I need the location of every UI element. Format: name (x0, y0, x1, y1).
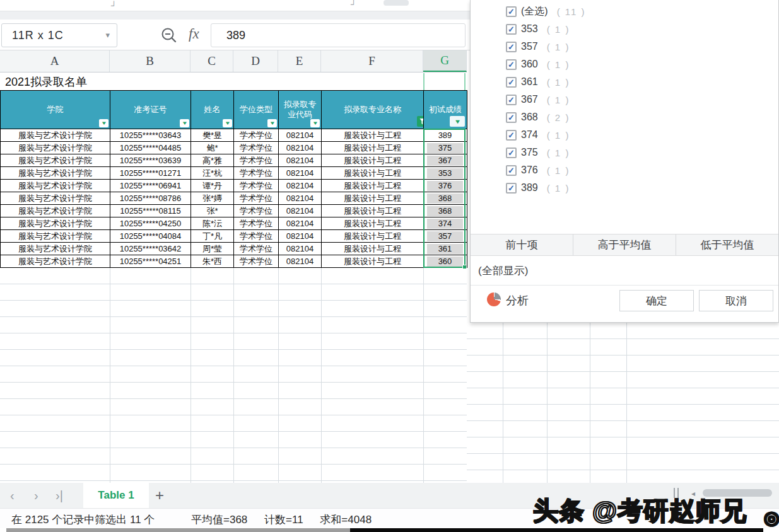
filter-value-item[interactable]: ✓ 367 ( 1 ) (471, 91, 778, 108)
cell-code[interactable]: 082104 (279, 255, 322, 268)
cell-college[interactable]: 服装与艺术设计学院 (1, 243, 110, 255)
cell-major[interactable]: 服装设计与工程 (322, 255, 424, 268)
above-average-button[interactable]: 高于平均值 (573, 234, 676, 255)
checkbox-checked-icon[interactable]: ✓ (506, 147, 517, 158)
column-header-f[interactable]: F (321, 50, 423, 72)
cell-code[interactable]: 082104 (279, 192, 322, 205)
filter-dropdown-button[interactable]: ▼ (310, 119, 320, 127)
add-sheet-button[interactable]: + (155, 483, 164, 508)
cell-score[interactable]: 376 (424, 180, 467, 192)
cell-score[interactable]: 374 (424, 217, 467, 230)
analyze-button[interactable]: 分析 (506, 293, 529, 308)
checkbox-checked-icon[interactable]: ✓ (506, 59, 517, 70)
next-sheet-icon[interactable]: › (34, 483, 38, 508)
name-box[interactable]: 11R x 1C ▾ (1, 23, 117, 47)
cancel-button[interactable]: 取消 (699, 290, 773, 311)
ok-button[interactable]: 确定 (619, 290, 694, 311)
cell-ticket[interactable]: 10255*****08115 (110, 205, 191, 217)
header-name[interactable]: 姓名 ▼ (191, 91, 234, 129)
cell-ticket[interactable]: 10255*****06941 (110, 180, 191, 192)
cell-major[interactable]: 服装设计与工程 (322, 230, 424, 243)
filter-value-item[interactable]: ✓ (全选) ( 11 ) (471, 3, 778, 20)
cell-ticket[interactable]: 10255*****08786 (110, 192, 191, 205)
cell-ticket[interactable]: 10255*****04250 (110, 217, 191, 230)
header-degree[interactable]: 学位类型 ▼ (234, 91, 279, 129)
cell-major[interactable]: 服装设计与工程 (322, 217, 424, 230)
column-header-c[interactable]: C (190, 50, 233, 72)
column-header-d[interactable]: D (233, 50, 278, 72)
cell-degree[interactable]: 学术学位 (234, 230, 279, 243)
checkbox-checked-icon[interactable]: ✓ (506, 130, 517, 141)
cell-college[interactable]: 服装与艺术设计学院 (1, 142, 110, 154)
cell-major[interactable]: 服装设计与工程 (322, 243, 424, 255)
cell-ticket[interactable]: 10255*****03643 (110, 129, 191, 142)
cell-name[interactable]: 周*莹 (191, 243, 234, 255)
cell-ticket[interactable]: 10255*****04084 (110, 230, 191, 243)
cell-degree[interactable]: 学术学位 (234, 154, 279, 167)
column-header-a[interactable]: A (0, 50, 110, 72)
cell-ticket[interactable]: 10255*****04251 (110, 255, 191, 268)
cell-degree[interactable]: 学术学位 (234, 217, 279, 230)
split-handle-icon[interactable] (674, 488, 679, 498)
filter-value-item[interactable]: ✓ 368 ( 2 ) (471, 108, 778, 126)
filter-value-item[interactable]: ✓ 374 ( 1 ) (471, 126, 778, 144)
below-average-button[interactable]: 低于平均值 (676, 234, 778, 255)
cell-name[interactable]: 樊*昱 (191, 129, 234, 142)
cell-degree[interactable]: 学术学位 (234, 180, 279, 192)
zoom-out-icon[interactable] (160, 26, 179, 45)
filter-dropdown-button[interactable]: ▼ (99, 119, 108, 127)
cell-score[interactable]: 360 (424, 255, 467, 268)
cell-ticket[interactable]: 10255*****03639 (110, 154, 191, 167)
top-ten-button[interactable]: 前十项 (471, 234, 573, 255)
checkbox-checked-icon[interactable]: ✓ (506, 183, 517, 194)
cell-score[interactable]: 368 (424, 192, 467, 205)
cell-code[interactable]: 082104 (279, 243, 322, 255)
cell-college[interactable]: 服装与艺术设计学院 (1, 192, 110, 205)
header-score[interactable]: 初试成绩 ▼ (424, 91, 467, 129)
cell-college[interactable]: 服装与艺术设计学院 (1, 205, 110, 217)
header-ticket[interactable]: 准考证号 ▼ (110, 91, 191, 129)
cell-college[interactable]: 服装与艺术设计学院 (1, 129, 110, 142)
column-header-g-selected[interactable]: G (423, 50, 467, 72)
cell-degree[interactable]: 学术学位 (234, 255, 279, 268)
cell-name[interactable]: 高*雅 (191, 154, 234, 167)
cell-name[interactable]: 朱*西 (191, 255, 234, 268)
filter-dropdown-button[interactable]: ▼ (180, 119, 189, 127)
cell-name[interactable]: 张* (191, 205, 234, 217)
cell-score[interactable]: 367 (424, 154, 467, 167)
name-box-caret-icon[interactable]: ▾ (105, 24, 110, 47)
cell-name[interactable]: 张*嫥 (191, 192, 234, 205)
cell-degree[interactable]: 学术学位 (234, 192, 279, 205)
prev-sheet-icon[interactable]: ‹ (10, 483, 15, 508)
cell-major[interactable]: 服装设计与工程 (322, 142, 424, 154)
cell-name[interactable]: 谭*丹 (191, 180, 234, 192)
cell-degree[interactable]: 学术学位 (234, 243, 279, 255)
cell-major[interactable]: 服装设计与工程 (322, 167, 424, 180)
cell-code[interactable]: 082104 (279, 217, 322, 230)
filter-value-item[interactable]: ✓ 376 ( 1 ) (471, 161, 778, 179)
scrollbar-left-arrow-icon[interactable]: ◂ (691, 489, 695, 498)
fill-handle[interactable] (462, 265, 467, 269)
cell-score[interactable]: 389 (424, 129, 467, 142)
filter-value-item[interactable]: ✓ 389 ( 1 ) (471, 179, 778, 197)
checkbox-checked-icon[interactable]: ✓ (506, 6, 517, 17)
filter-value-item[interactable]: ✓ 375 ( 1 ) (471, 144, 778, 161)
cell-college[interactable]: 服装与艺术设计学院 (1, 154, 110, 167)
cell-major[interactable]: 服装设计与工程 (322, 192, 424, 205)
formula-input[interactable]: 389 (211, 23, 466, 47)
cell-score[interactable]: 368 (424, 205, 467, 217)
checkbox-checked-icon[interactable]: ✓ (506, 77, 517, 88)
cell-code[interactable]: 082104 (279, 205, 322, 217)
active-filter-funnel-icon[interactable] (417, 116, 424, 127)
horizontal-scrollbar-thumb[interactable] (703, 489, 772, 497)
cell-major[interactable]: 服装设计与工程 (322, 180, 424, 192)
cell-score[interactable]: 357 (424, 230, 467, 243)
filter-dropdown-button[interactable]: ▼ (223, 119, 232, 127)
cell-code[interactable]: 082104 (279, 142, 322, 154)
header-college[interactable]: 学院 ▼ (1, 91, 110, 129)
cell-code[interactable]: 082104 (279, 129, 322, 142)
cell-score[interactable]: 353 (424, 167, 467, 180)
filter-value-item[interactable]: ✓ 361 ( 1 ) (471, 73, 778, 91)
checkbox-checked-icon[interactable]: ✓ (506, 24, 517, 35)
cell-code[interactable]: 082104 (279, 230, 322, 243)
